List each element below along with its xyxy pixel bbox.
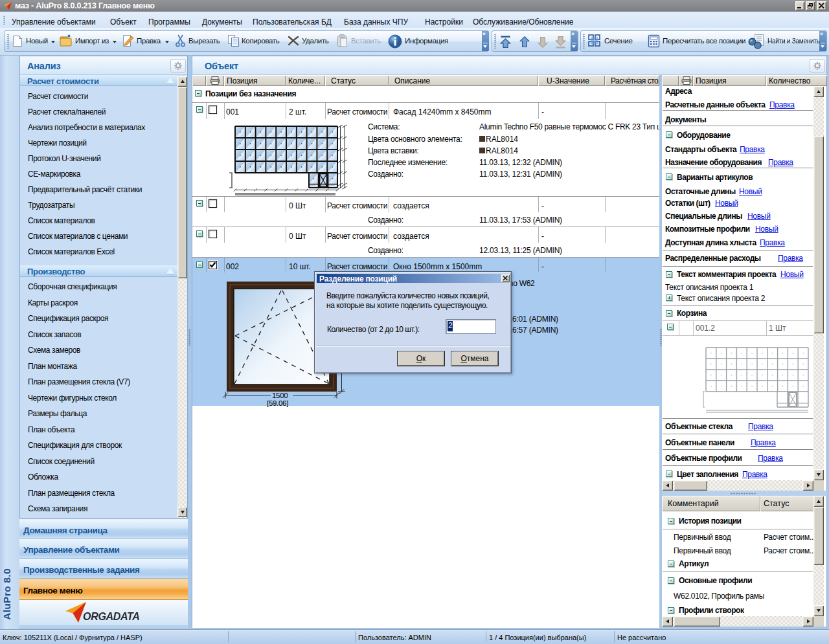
svg-text:[59.06]: [59.06] — [267, 399, 288, 407]
svg-text:1500: 1500 — [272, 392, 288, 399]
